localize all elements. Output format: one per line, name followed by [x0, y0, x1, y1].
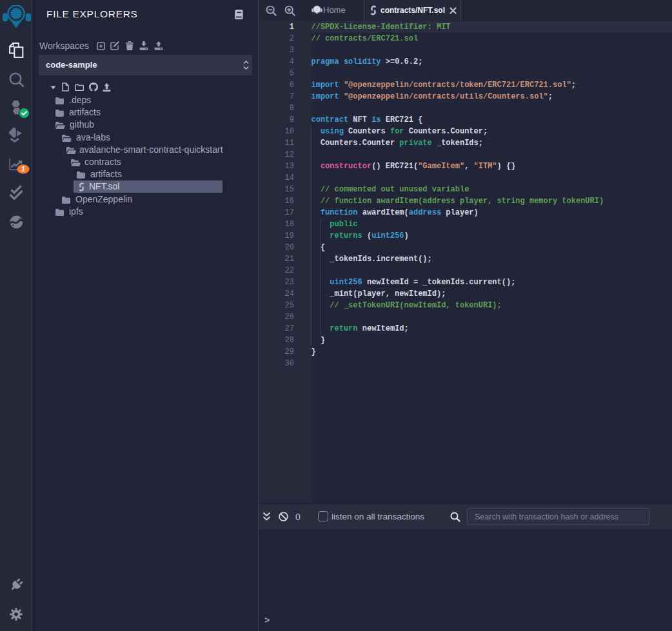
svg-text:1: 1 — [21, 165, 25, 173]
